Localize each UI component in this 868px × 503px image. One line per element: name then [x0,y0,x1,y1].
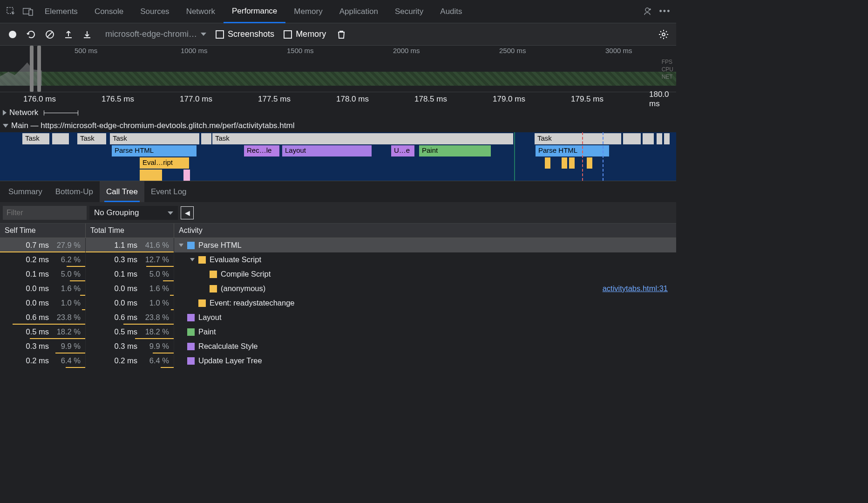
flame-recalculate-style[interactable]: Rec…le [244,145,279,156]
activity-swatch [187,343,195,350]
more-icon[interactable]: ••• [657,3,673,20]
feedback-icon[interactable] [640,3,657,20]
garbage-collect-button[interactable] [333,27,349,42]
devtools-tab-bar: ElementsConsoleSourcesNetworkPerformance… [0,0,676,23]
load-profile-button[interactable] [61,27,76,42]
flame-parse-html[interactable]: Parse HTML [536,145,609,156]
activity-cell[interactable]: Update Layer Tree [174,353,676,368]
tab-performance[interactable]: Performance [224,0,285,23]
flame-tick: 177.5 ms [258,95,291,104]
network-track-header[interactable]: Network [0,106,676,119]
activity-cell[interactable]: Paint [174,325,676,339]
screenshots-checkbox-input[interactable] [216,30,224,39]
overview-timeline[interactable]: 500 ms1000 ms1500 ms2000 ms2500 ms3000 m… [0,46,676,92]
activity-label: Recalculate Style [198,342,258,351]
tab-memory[interactable]: Memory [285,0,331,23]
flame-task[interactable]: Task [212,133,513,144]
capture-dropdown[interactable]: microsoft-edge-chromi… [105,29,206,39]
tab-security[interactable]: Security [387,0,432,23]
flame-eval-tick[interactable] [545,157,550,169]
memory-checkbox-input[interactable] [284,30,292,39]
flame-eval-tick[interactable] [569,157,575,169]
tab-elements[interactable]: Elements [36,0,86,23]
flame-task[interactable] [664,133,670,144]
flame-ruler[interactable]: 176.0 ms176.5 ms177.0 ms177.5 ms178.0 ms… [0,92,676,106]
reload-button[interactable] [23,27,39,42]
tab-sources[interactable]: Sources [132,0,177,23]
col-total-time[interactable]: Total Time [86,224,174,238]
activity-cell[interactable]: Compile Script [174,267,676,281]
time-cell: 0.6 ms23.8 % [0,310,86,325]
activity-swatch [210,285,217,292]
capture-settings-button[interactable] [656,27,671,42]
grouping-dropdown[interactable]: No Grouping [89,206,178,220]
time-cell: 0.1 ms5.0 % [0,267,86,281]
flame-chart[interactable]: Task Task Task Task Task Parse HTML Rec…… [0,132,676,181]
tab-network[interactable]: Network [178,0,224,23]
flame-evaluate-script[interactable]: Eval…ript [140,157,189,169]
flame-script-child[interactable] [140,170,162,181]
record-button[interactable] [5,27,20,42]
tab-console[interactable]: Console [86,0,132,23]
flame-task[interactable] [623,133,641,144]
col-activity[interactable]: Activity [174,224,676,238]
tab-audits[interactable]: Audits [432,0,470,23]
col-self-time[interactable]: Self Time [0,224,86,238]
source-link[interactable]: activitytabs.html:31 [603,284,668,293]
selection-line [582,132,583,181]
flame-tick: 179.0 ms [493,95,525,104]
flame-task[interactable] [657,133,662,144]
tab-application[interactable]: Application [331,0,387,23]
overview-viewport-handles[interactable] [30,46,41,92]
flame-script-child[interactable] [183,170,190,181]
svg-rect-2 [29,10,33,15]
flame-task[interactable] [206,133,211,144]
network-label: Network [9,108,38,117]
flame-task[interactable]: Task [22,133,49,144]
memory-checkbox[interactable]: Memory [284,29,326,39]
detail-tab-event-log[interactable]: Event Log [144,181,193,202]
flame-task[interactable] [643,133,648,144]
flame-task[interactable]: Task [535,133,621,144]
flame-task[interactable] [57,133,62,144]
capture-name-label: microsoft-edge-chromi… [105,29,197,39]
filter-input[interactable] [3,206,87,220]
clear-button[interactable] [42,27,58,42]
activity-cell[interactable]: Evaluate Script [174,252,676,267]
flame-update-layer-tree[interactable]: U…e [391,145,414,156]
flame-paint[interactable]: Paint [419,145,491,156]
time-cell: 0.7 ms27.9 % [0,238,86,252]
activity-cell[interactable]: Layout [174,310,676,325]
flame-parse-html[interactable]: Parse HTML [112,145,197,156]
activity-cell[interactable]: Recalculate Style [174,339,676,353]
flame-task[interactable] [648,133,654,144]
flame-task[interactable]: Task [77,133,106,144]
activity-swatch [187,328,195,336]
flame-task[interactable]: Task [110,133,199,144]
device-toolbar-icon[interactable] [20,3,36,20]
expand-triangle-icon[interactable] [190,258,195,261]
save-profile-button[interactable] [79,27,95,42]
flame-eval-tick[interactable] [562,157,567,169]
time-cell: 0.2 ms6.4 % [86,353,174,368]
detail-tab-summary[interactable]: Summary [2,181,49,202]
time-cell: 0.1 ms5.0 % [86,267,174,281]
time-cell: 0.3 ms9.9 % [86,339,174,353]
expand-triangle-icon[interactable] [179,244,183,247]
flame-layout[interactable]: Layout [282,145,372,156]
detail-tab-bottom-up[interactable]: Bottom-Up [49,181,100,202]
flame-tick: 180.0 ms [649,90,676,109]
flame-eval-tick[interactable] [587,157,592,169]
activity-swatch [210,271,217,278]
activity-cell[interactable]: Event: readystatechange [174,296,676,310]
time-cell: 0.0 ms1.6 % [86,281,174,296]
screenshots-checkbox[interactable]: Screenshots [216,29,274,39]
main-track-header[interactable]: Main — https://microsoft-edge-chromium-d… [0,119,676,132]
flame-tick: 176.0 ms [23,95,56,104]
detail-tab-call-tree[interactable]: Call Tree [100,181,144,202]
flame-task[interactable] [62,133,69,144]
activity-cell[interactable]: (anonymous)activitytabs.html:31 [174,281,676,296]
show-heaviest-stack-button[interactable]: ◀ [181,206,194,219]
activity-cell[interactable]: Parse HTML [174,238,676,252]
inspect-element-icon[interactable] [3,3,20,20]
